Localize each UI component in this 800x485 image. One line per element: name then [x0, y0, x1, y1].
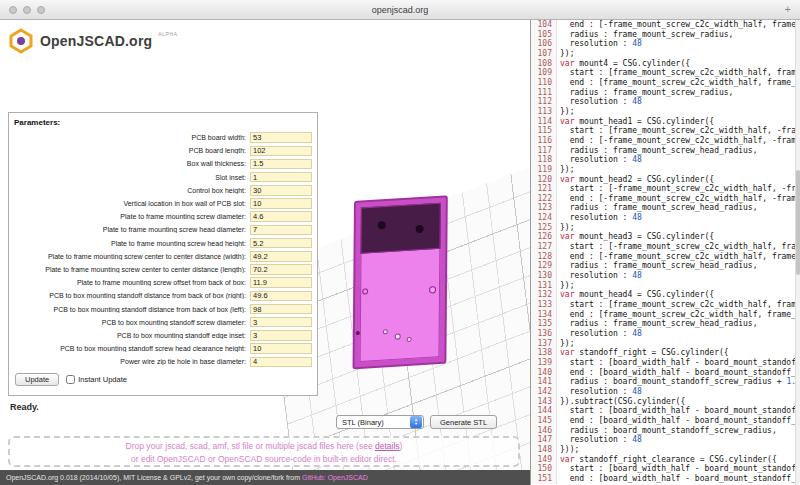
code-line[interactable]: 111 radius : frame_mount_screw_radius, — [531, 88, 795, 98]
parameter-label: Plate to frame mounting screw center to … — [14, 253, 246, 260]
code-line[interactable]: 126var mount_head3 = CSG.cylinder({ — [531, 232, 795, 242]
code-line[interactable]: 104 end : [-frame_mount_screw_c2c_width_… — [531, 20, 795, 30]
code-line[interactable]: 129 radius : frame_mount_screw_head_radi… — [531, 261, 795, 271]
code-line[interactable]: 125}); — [531, 223, 795, 233]
select-arrows-icon: ▲▼ — [410, 416, 422, 428]
parameter-input[interactable] — [250, 357, 312, 368]
parameter-input[interactable] — [250, 132, 312, 143]
line-number: 126 — [531, 232, 557, 242]
code-line[interactable]: 132var mount_head4 = CSG.cylinder({ — [531, 290, 795, 300]
parameter-row: Power wire zip tie hole in base diameter… — [14, 355, 312, 368]
code-line[interactable]: 115 start : [frame_mount_screw_c2c_width… — [531, 126, 795, 136]
code-text: radius : board_mount_standoff_screw_radi… — [557, 426, 777, 436]
code-line[interactable]: 148})); — [531, 445, 795, 455]
code-line[interactable]: 138var standoff_right = CSG.cylinder({ — [531, 348, 795, 358]
window-title: openjscad.org — [0, 0, 800, 20]
close-button[interactable] — [9, 6, 17, 14]
parameter-input[interactable] — [250, 159, 312, 170]
code-line[interactable]: 107}); — [531, 49, 795, 59]
code-line[interactable]: 136 resolution : 48 — [531, 329, 795, 339]
minimize-button[interactable] — [23, 6, 31, 14]
code-line[interactable]: 119}); — [531, 165, 795, 175]
code-line[interactable]: 128 end : [-frame_mount_screw_c2c_width_… — [531, 252, 795, 262]
code-line[interactable]: 116 end : [-frame_mount_screw_c2c_width_… — [531, 136, 795, 146]
code-line[interactable]: 145 end : [board_width_half - board_moun… — [531, 416, 795, 426]
parameter-input[interactable] — [250, 238, 312, 249]
format-select[interactable]: STL (Binary) ▲▼ — [336, 415, 424, 429]
code-text: }); — [557, 165, 574, 175]
parameter-row: PCB to box mounting standoff distance fr… — [14, 289, 312, 302]
code-line[interactable]: 121 start : [-frame_mount_screw_c2c_widt… — [531, 184, 795, 194]
parameter-input[interactable] — [250, 291, 312, 302]
line-number: 125 — [531, 223, 557, 233]
code-line[interactable]: 109 start : [frame_mount_screw_c2c_width… — [531, 68, 795, 78]
code-line[interactable]: 123 radius : frame_mount_screw_head_radi… — [531, 203, 795, 213]
line-number: 138 — [531, 348, 557, 358]
code-line[interactable]: 137}); — [531, 339, 795, 349]
code-line[interactable]: 135 radius : frame_mount_screw_head_radi… — [531, 319, 795, 329]
code-line[interactable]: 114var mount_head1 = CSG.cylinder({ — [531, 117, 795, 127]
code-line[interactable]: 140 end : [board_width_half - board_moun… — [531, 368, 795, 378]
parameter-label: Vertical location in box wall of PCB slo… — [14, 200, 246, 207]
code-line[interactable]: 110 end : [frame_mount_screw_c2c_width_h… — [531, 78, 795, 88]
github-link[interactable]: GitHub: OpenJSCAD — [302, 474, 368, 481]
parameter-input[interactable] — [250, 264, 312, 275]
code-line[interactable]: 117 radius : frame_mount_screw_head_radi… — [531, 146, 795, 156]
code-line[interactable]: 149var standoff_right_clearance = CSG.cy… — [531, 455, 795, 465]
code-line[interactable]: 131}); — [531, 281, 795, 291]
code-line[interactable]: 134 end : [frame_mount_screw_c2c_width_h… — [531, 310, 795, 320]
zoom-button[interactable] — [37, 6, 45, 14]
parameter-input[interactable] — [250, 172, 312, 183]
code-line[interactable]: 146 radius : board_mount_standoff_screw_… — [531, 426, 795, 436]
code-line[interactable]: 118 resolution : 48 — [531, 155, 795, 165]
parameter-row: Slot inset: — [14, 171, 312, 184]
code-line[interactable]: 127 start : [-frame_mount_screw_c2c_widt… — [531, 242, 795, 252]
parameter-input[interactable] — [250, 317, 312, 328]
code-editor[interactable]: 104 end : [-frame_mount_screw_c2c_width_… — [530, 20, 795, 485]
editor-scrollbar[interactable] — [795, 20, 800, 485]
code-line[interactable]: 144 start : [board_width_half - board_mo… — [531, 406, 795, 416]
code-text: start : [frame_mount_screw_c2c_width_hal… — [557, 68, 795, 78]
parameter-input[interactable] — [250, 277, 312, 288]
parameter-input[interactable] — [250, 198, 312, 209]
code-line[interactable]: 105 radius : frame_mount_screw_radius, — [531, 30, 795, 40]
parameter-label: PCB to box mounting standoff distance fr… — [14, 292, 246, 299]
code-text: radius : board_mount_standoff_screw_radi… — [557, 377, 795, 387]
parameter-row: Control box height: — [14, 184, 312, 197]
code-line[interactable]: 150 start : [board_width_half - board_mo… — [531, 464, 795, 474]
code-line[interactable]: 106 resolution : 48 — [531, 39, 795, 49]
code-line[interactable]: 130 resolution : 48 — [531, 271, 795, 281]
code-line[interactable]: 141 radius : board_mount_standoff_screw_… — [531, 377, 795, 387]
code-line[interactable]: 133 start : [frame_mount_screw_c2c_width… — [531, 300, 795, 310]
parameter-input[interactable] — [250, 304, 312, 315]
parameter-input[interactable] — [250, 211, 312, 222]
new-tab-button[interactable]: + — [785, 0, 791, 19]
code-text: end : [-frame_mount_screw_c2c_width_half… — [557, 252, 795, 262]
parameter-input[interactable] — [250, 343, 312, 354]
parameter-input[interactable] — [250, 330, 312, 341]
generate-stl-button[interactable]: Generate STL — [430, 415, 497, 429]
code-line[interactable]: 139 start : [board_width_half - board_mo… — [531, 358, 795, 368]
code-line[interactable]: 124 resolution : 48 — [531, 213, 795, 223]
code-text: radius : frame_mount_screw_head_radius, — [557, 146, 757, 156]
parameter-input[interactable] — [250, 251, 312, 262]
code-line[interactable]: 120var mount_head2 = CSG.cylinder({ — [531, 175, 795, 185]
parameter-input[interactable] — [250, 225, 312, 236]
details-link[interactable]: details — [375, 441, 400, 451]
code-line[interactable]: 142 resolution : 48 — [531, 387, 795, 397]
parameter-input[interactable] — [250, 146, 312, 157]
code-line[interactable]: 151 end : [board_width_half - board_moun… — [531, 474, 795, 484]
code-line[interactable]: 108var mount4 = CSG.cylinder({ — [531, 59, 795, 69]
scrollbar-thumb[interactable] — [796, 170, 800, 275]
code-line[interactable]: 143}).subtract(CSG.cylinder({ — [531, 397, 795, 407]
code-line[interactable]: 113}); — [531, 107, 795, 117]
code-line[interactable]: 122 end : [-frame_mount_screw_c2c_width_… — [531, 194, 795, 204]
parameter-row: PCB to box mounting standoff distance fr… — [14, 302, 312, 315]
instant-update-checkbox[interactable] — [66, 375, 75, 384]
parameter-input[interactable] — [250, 185, 312, 196]
code-line[interactable]: 112 resolution : 48 — [531, 97, 795, 107]
file-dropzone[interactable]: Drop your jscad, scad, amf, stl file or … — [8, 436, 520, 467]
code-text: start : [frame_mount_screw_c2c_width_hal… — [557, 300, 795, 310]
code-line[interactable]: 147 resolution : 48 — [531, 435, 795, 445]
update-button[interactable]: Update — [15, 373, 59, 386]
